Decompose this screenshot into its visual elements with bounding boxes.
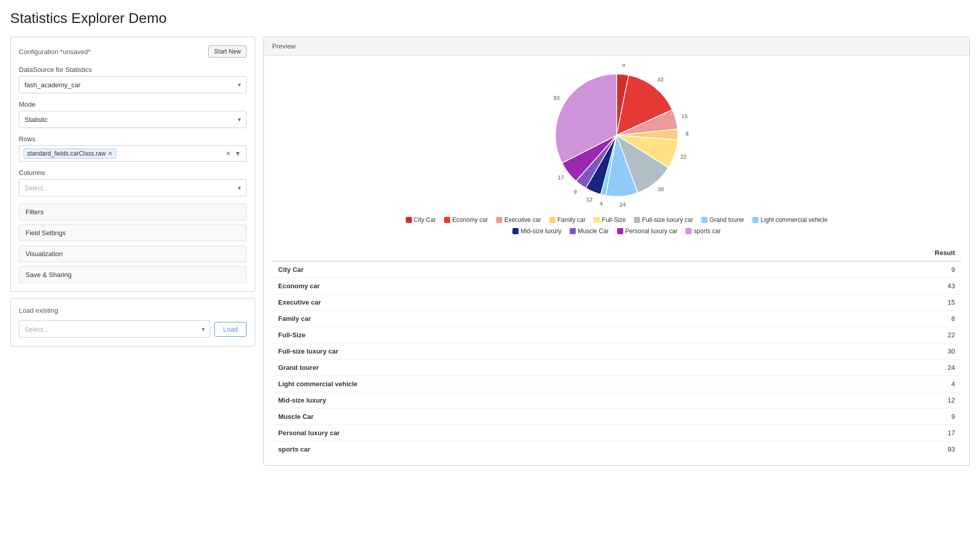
mode-arrow-icon: ▼ [237, 117, 242, 122]
pie-label: 24 [620, 202, 626, 207]
mode-group: Mode Statistic ▼ [19, 101, 247, 128]
config-box: Configuration *unsaved* Start New DataSo… [10, 37, 255, 292]
pie-label: 9 [574, 189, 577, 195]
rows-dropdown-button[interactable]: ▼ [234, 149, 242, 158]
legend-grand-tourer: Grand tourer [701, 216, 744, 223]
chart-container: 94315822302441291793 City Car Economy ca… [272, 64, 961, 235]
datasource-arrow-icon: ▼ [237, 82, 242, 88]
config-title: Configuration *unsaved* [19, 48, 90, 56]
datasource-select[interactable]: fash_academy_car ▼ [19, 76, 247, 93]
legend-dot-light-commercial [752, 217, 758, 223]
columns-select[interactable]: Select... ▼ [19, 179, 247, 196]
legend-label-light-commercial: Light commercial vehicle [761, 216, 827, 223]
table-cell-name: Mid-size luxury [272, 392, 780, 409]
legend-executive-car: Executive car [496, 216, 541, 223]
mode-label: Mode [19, 101, 247, 108]
table-row: Executive car15 [272, 294, 961, 311]
visualization-button[interactable]: Visualization [19, 245, 247, 262]
legend-economy-car: Economy car [444, 216, 488, 223]
pie-label: 93 [553, 95, 559, 101]
table-cell-value: 15 [780, 294, 961, 311]
load-select[interactable]: Select... ▼ [19, 320, 210, 338]
table-cell-name: Personal luxury car [272, 425, 780, 441]
table-cell-name: Economy car [272, 278, 780, 294]
rows-tag-remove-icon[interactable]: ✕ [108, 151, 113, 157]
page: Statistics Explorer Demo Configuration *… [0, 0, 980, 476]
legend-dot-economy-car [444, 217, 450, 223]
left-panel: Configuration *unsaved* Start New DataSo… [10, 37, 255, 466]
legend-label-personal-luxury: Personal luxury car [625, 228, 678, 235]
legend-label-executive-car: Executive car [504, 216, 541, 223]
table-row: Grand tourer24 [272, 360, 961, 376]
rows-label: Rows [19, 135, 247, 143]
legend-sports-car: sports car [685, 228, 721, 235]
pie-label: 30 [658, 186, 664, 192]
legend-family-car: Family car [549, 216, 585, 223]
filters-button[interactable]: Filters [19, 204, 247, 220]
table-cell-value: 22 [780, 327, 961, 343]
table-row: Personal luxury car17 [272, 425, 961, 441]
legend-dot-full-size-luxury [634, 217, 640, 223]
table-cell-value: 9 [780, 409, 961, 425]
pie-label: 8 [685, 131, 689, 137]
table-cell-value: 8 [780, 311, 961, 327]
legend-full-size: Full-Size [594, 216, 626, 223]
rows-tag-text: standard_fields.carClass.raw [27, 150, 106, 157]
page-title: Statistics Explorer Demo [10, 10, 970, 27]
table-cell-value: 93 [780, 441, 961, 458]
table-cell-name: Grand tourer [272, 360, 780, 376]
start-new-button[interactable]: Start New [208, 45, 247, 58]
table-row: Full-Size22 [272, 327, 961, 343]
table-row: City Car9 [272, 261, 961, 278]
pie-chart: 94315822302441291793 [484, 64, 749, 208]
legend-dot-executive-car [496, 217, 502, 223]
col-name-header [272, 245, 780, 261]
table-cell-value: 4 [780, 376, 961, 392]
load-placeholder: Select... [19, 321, 210, 337]
data-table: Result City Car9Economy car43Executive c… [272, 245, 961, 457]
columns-arrow-icon: ▼ [237, 185, 242, 191]
legend-label-grand-tourer: Grand tourer [709, 216, 744, 223]
columns-placeholder: Select... [19, 180, 246, 196]
save-sharing-button[interactable]: Save & Sharing [19, 266, 247, 283]
pie-label: 15 [681, 113, 688, 119]
legend-dot-grand-tourer [701, 217, 707, 223]
legend-muscle-car: Muscle Car [570, 228, 609, 235]
chart-legend: City Car Economy car Executive car [387, 216, 846, 235]
legend-dot-city-car [406, 217, 412, 223]
legend-label-economy-car: Economy car [452, 216, 488, 223]
table-row: sports car93 [272, 441, 961, 458]
load-row: Select... ▼ Load [19, 320, 247, 338]
columns-label: Columns [19, 169, 247, 177]
legend-dot-full-size [594, 217, 600, 223]
legend-personal-luxury: Personal luxury car [617, 228, 678, 235]
table-cell-name: Family car [272, 311, 780, 327]
legend-label-muscle-car: Muscle Car [578, 228, 609, 235]
rows-tag-input[interactable]: standard_fields.carClass.raw ✕ ✕ ▼ [19, 145, 247, 162]
config-header: Configuration *unsaved* Start New [19, 45, 247, 58]
table-cell-value: 12 [780, 392, 961, 409]
col-result-header: Result [780, 245, 961, 261]
legend-dot-family-car [549, 217, 555, 223]
field-settings-button[interactable]: Field Settings [19, 224, 247, 241]
table-cell-name: City Car [272, 261, 780, 278]
table-cell-value: 17 [780, 425, 961, 441]
legend-dot-muscle-car [570, 228, 576, 234]
mode-select[interactable]: Statistic ▼ [19, 111, 247, 128]
legend-label-sports-car: sports car [694, 228, 721, 235]
table-cell-value: 24 [780, 360, 961, 376]
load-existing-title: Load existing [19, 307, 247, 314]
table-cell-name: Full-size luxury car [272, 343, 780, 360]
table-cell-name: Light commercial vehicle [272, 376, 780, 392]
datasource-label: DataSource for Statistics [19, 66, 247, 73]
load-button[interactable]: Load [214, 322, 247, 337]
rows-clear-button[interactable]: ✕ [225, 149, 232, 158]
table-row: Economy car43 [272, 278, 961, 294]
legend-dot-sports-car [685, 228, 692, 234]
pie-label: 43 [657, 77, 664, 83]
legend-label-full-size: Full-Size [602, 216, 626, 223]
table-cell-value: 9 [780, 261, 961, 278]
table-cell-value: 43 [780, 278, 961, 294]
rows-group: Rows standard_fields.carClass.raw ✕ ✕ ▼ [19, 135, 247, 162]
table-body: City Car9Economy car43Executive car15Fam… [272, 261, 961, 457]
